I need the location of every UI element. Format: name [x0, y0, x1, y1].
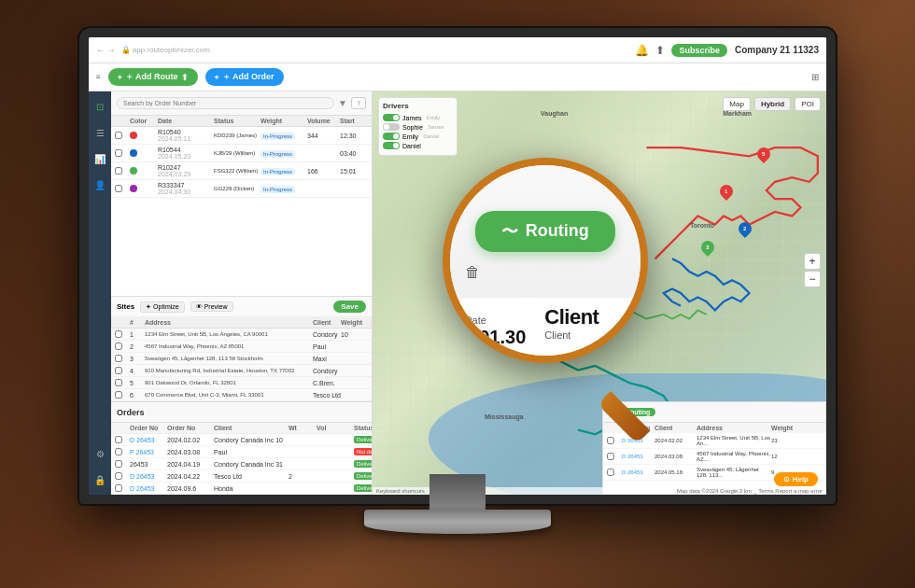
route-checkbox[interactable]	[115, 132, 122, 139]
order-row[interactable]: D 26453 2024.09.6 Honda Delivered	[111, 483, 372, 495]
route-checkbox[interactable]	[115, 167, 122, 175]
route-checkbox[interactable]	[115, 185, 122, 192]
order-checkbox[interactable]	[115, 460, 122, 468]
sidebar-routes-icon[interactable]: ⊡	[92, 99, 107, 114]
site-checkbox[interactable]	[115, 355, 122, 362]
site-checkbox[interactable]	[115, 330, 122, 338]
mini-checkbox[interactable]	[607, 469, 614, 476]
nav-back[interactable]: ← →	[96, 46, 116, 55]
order-checkbox[interactable]	[115, 436, 122, 443]
order-row[interactable]: P 26453 2024.03.08 Paul Not delivered	[111, 446, 372, 458]
route-driver: GG229 (Dicken)	[214, 186, 260, 191]
route-id: R105402024.05.11	[158, 129, 214, 142]
share-icon[interactable]: ⬆	[653, 43, 668, 58]
add-route-icon: +	[118, 73, 122, 82]
site-row[interactable]: 5 901 Oakwood Dr, Orlando, FL 32801 C.Br…	[111, 377, 372, 389]
grid-icon[interactable]: ⊞	[811, 72, 819, 82]
site-address: 910 Manufacturing Rd, Industrial Estate,…	[145, 368, 313, 373]
subscribe-button[interactable]: Subscribe	[671, 44, 727, 57]
order-row[interactable]: D 26453 2024.02.02 Condory Canada Inc 10…	[111, 434, 372, 446]
mini-address: 4567 Industrial Way, Phoenix, AZ...	[697, 451, 771, 462]
monitor-neck	[429, 474, 486, 511]
zoom-out-btn[interactable]: −	[804, 271, 821, 287]
bell-icon[interactable]: 🔔	[634, 43, 649, 58]
route-status: In-Progress	[260, 150, 295, 158]
mini-checkbox[interactable]	[607, 453, 614, 460]
site-address: Sveaögen 45, Lågenhet 128, 113 59 Stockh…	[145, 356, 313, 361]
site-checkbox[interactable]	[115, 367, 122, 374]
map-tab[interactable]: Map	[723, 97, 751, 111]
bottom-orders-panel: Orders Order No Order No Client Wt Vol	[111, 401, 372, 495]
route-row[interactable]: R105402024.05.11 KDD239 (James) In-Progr…	[111, 127, 372, 145]
hybrid-tab[interactable]: Hybrid	[754, 97, 791, 111]
site-checkbox[interactable]	[115, 343, 122, 350]
site-checkbox[interactable]	[115, 391, 122, 399]
add-order-button[interactable]: + ＋ Add Order	[205, 68, 284, 86]
route-checkbox[interactable]	[115, 149, 122, 157]
mini-checkbox[interactable]	[607, 437, 614, 444]
driver-toggle-emily[interactable]	[383, 133, 400, 140]
sites-title: Sites	[117, 302, 134, 311]
sidebar-settings-icon[interactable]: ⚙	[92, 446, 107, 461]
site-row[interactable]: 2 4567 Industrial Way, Phoenix, AZ 85001…	[111, 341, 372, 353]
routes-search-input[interactable]	[117, 97, 334, 109]
export-btn[interactable]: ↑	[351, 97, 366, 109]
routing-button[interactable]: 〜 Routing	[475, 211, 615, 252]
help-button[interactable]: ⊙ Help	[774, 472, 818, 486]
site-num: 2	[130, 343, 145, 350]
site-row[interactable]: 6 670 Commerce Blvd, Unit C-3, Miami, FL…	[111, 389, 372, 401]
driver-toggle-sophie[interactable]	[383, 123, 400, 131]
routing-icon: 〜	[501, 220, 518, 243]
route-id: R105442024.05.20	[158, 147, 214, 160]
route-row[interactable]: R105442024.05.20 KJB/29 (William) In-Pro…	[111, 145, 372, 162]
save-button[interactable]: Save	[333, 301, 366, 313]
order-checkbox[interactable]	[115, 448, 122, 455]
site-checkbox[interactable]	[115, 379, 122, 386]
col-volume: Volume	[307, 118, 340, 124]
pin-number: 2	[743, 226, 746, 231]
add-route-button[interactable]: + ＋ Add Route ⬆	[108, 68, 198, 86]
site-row[interactable]: 3 Sveaögen 45, Lågenhet 128, 113 59 Stoc…	[111, 353, 372, 365]
optimize-btn[interactable]: ✦ Optimize	[140, 301, 185, 313]
pin-number: 5	[762, 151, 765, 157]
route-row[interactable]: R102472024.03.29 FSG322 (William) In-Pro…	[111, 162, 372, 180]
trash-icon[interactable]: 🗑	[465, 264, 480, 281]
order-date: 2024.04.22	[167, 473, 214, 480]
route-row[interactable]: R3333472024.04.30 GG229 (Dicken) In-Prog…	[111, 180, 372, 198]
driver-row: Sophie James	[383, 123, 453, 131]
sites-section: Sites ✦ Optimize 👁 Preview Save	[111, 296, 372, 401]
order-checkbox[interactable]	[115, 484, 122, 492]
mini-address: Sveavägen 45, Lågenhet 128, 113...	[697, 467, 771, 478]
url-bar[interactable]: 🔒 app.routeoptimizer.com	[121, 46, 629, 54]
drivers-panel: Drivers James Emily Sophie James	[378, 97, 458, 156]
mini-row[interactable]: D 26453 2024.03.08 4567 Industrial Way, …	[603, 449, 825, 465]
poi-tab[interactable]: POI	[795, 97, 821, 111]
sidebar-lock-icon[interactable]: 🔒	[92, 472, 107, 487]
order-row[interactable]: D 26453 2024.04.22 Tesco Ltd 2 Delivered	[111, 470, 372, 483]
filter-icon[interactable]: ▼	[338, 98, 347, 108]
pin-number: 3	[706, 245, 709, 250]
driver-toggle-james[interactable]	[383, 114, 400, 121]
driver-toggle-daniel[interactable]	[383, 142, 400, 149]
sidebar-profile-icon[interactable]: 👤	[92, 177, 107, 192]
site-row[interactable]: 4 910 Manufacturing Rd, Industrial Estat…	[111, 365, 372, 377]
order-row[interactable]: 26453 2024.04.19 Condory Canada Inc 31 D…	[111, 458, 372, 470]
delivery-status: Delivered	[354, 460, 372, 468]
site-row[interactable]: 1 1234 Elm Street, Unit 5B, Los Angeles,…	[111, 329, 372, 341]
map-area[interactable]: Vaughan Markham Toronto Mississauga Map …	[373, 91, 826, 495]
sidebar-list-icon[interactable]: ☰	[92, 125, 107, 140]
order-flag: D 26453	[130, 473, 167, 480]
mini-col-weight: Weight	[771, 425, 799, 431]
order-checkbox[interactable]	[115, 472, 122, 480]
driver-name-emily: Emily	[402, 133, 418, 140]
order-date: 2024.09.6	[167, 485, 214, 492]
site-num: 6	[130, 392, 145, 399]
sidebar-chart-icon[interactable]: 📊	[92, 151, 107, 166]
route-driver: KJB/29 (William)	[214, 150, 260, 156]
sites-col-check	[115, 319, 130, 326]
driver-row: Daniel	[383, 142, 453, 149]
magnifier: 🗑 〜 Routing	[443, 158, 648, 363]
top-bar-icons: 🔔 ⬆ Subscribe Company 21 11323	[634, 43, 819, 58]
zoom-in-btn[interactable]: +	[804, 253, 821, 270]
preview-btn[interactable]: 👁 Preview	[190, 301, 233, 312]
